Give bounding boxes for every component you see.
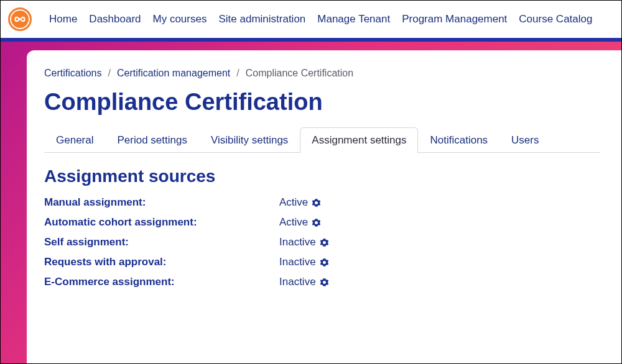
tab-period-settings[interactable]: Period settings — [105, 127, 198, 153]
tab-notifications[interactable]: Notifications — [418, 127, 499, 153]
gear-icon[interactable] — [320, 258, 329, 267]
nav-home[interactable]: Home — [49, 13, 77, 25]
source-row-manual: Manual assignment: Active — [44, 196, 600, 209]
breadcrumb-separator: / — [236, 68, 239, 79]
source-row-ecommerce: E-Commerce assignment: Inactive — [44, 276, 600, 288]
page-background: Certifications / Certification managemen… — [1, 42, 621, 364]
brand-logo[interactable] — [8, 7, 32, 31]
source-row-self: Self assignment: Inactive — [44, 236, 600, 248]
nav-site-administration[interactable]: Site administration — [218, 13, 305, 25]
primary-nav: Home Dashboard My courses Site administr… — [49, 13, 592, 25]
source-label: Automatic cohort assignment: — [44, 216, 279, 229]
gear-icon[interactable] — [312, 218, 321, 227]
nav-course-catalog[interactable]: Course Catalog — [519, 13, 592, 25]
source-label: Manual assignment: — [44, 196, 279, 209]
nav-dashboard[interactable]: Dashboard — [89, 13, 141, 25]
source-status: Active — [279, 196, 308, 209]
nav-my-courses[interactable]: My courses — [153, 13, 207, 25]
gear-icon[interactable] — [320, 238, 329, 247]
source-label: Requests with approval: — [44, 256, 279, 268]
source-row-requests-approval: Requests with approval: Inactive — [44, 256, 600, 268]
breadcrumb-current: Compliance Certification — [246, 68, 353, 79]
breadcrumb-separator: / — [108, 68, 110, 79]
top-nav-bar: Home Dashboard My courses Site administr… — [1, 1, 621, 42]
source-status: Inactive — [279, 236, 316, 248]
tab-bar: General Period settings Visibility setti… — [44, 127, 600, 153]
source-status: Active — [279, 216, 308, 229]
gear-icon[interactable] — [320, 278, 329, 287]
source-row-automatic-cohort: Automatic cohort assignment: Active — [44, 216, 600, 229]
source-status: Inactive — [279, 276, 316, 288]
gear-icon[interactable] — [312, 198, 321, 207]
breadcrumb: Certifications / Certification managemen… — [44, 68, 600, 79]
tab-general[interactable]: General — [44, 127, 105, 153]
nav-manage-tenant[interactable]: Manage Tenant — [317, 13, 390, 25]
tab-assignment-settings[interactable]: Assignment settings — [300, 127, 418, 153]
infinity-icon — [13, 12, 27, 26]
section-title: Assignment sources — [44, 166, 600, 186]
nav-program-management[interactable]: Program Management — [402, 13, 507, 25]
breadcrumb-link-certification-management[interactable]: Certification management — [117, 68, 230, 79]
source-label: E-Commerce assignment: — [44, 276, 279, 288]
breadcrumb-link-certifications[interactable]: Certifications — [44, 68, 101, 79]
source-status: Inactive — [279, 256, 316, 268]
content-card: Certifications / Certification managemen… — [27, 50, 621, 364]
tab-visibility-settings[interactable]: Visibility settings — [199, 127, 300, 153]
tab-users[interactable]: Users — [499, 127, 550, 153]
page-title: Compliance Certification — [44, 89, 600, 116]
source-label: Self assignment: — [44, 236, 279, 248]
